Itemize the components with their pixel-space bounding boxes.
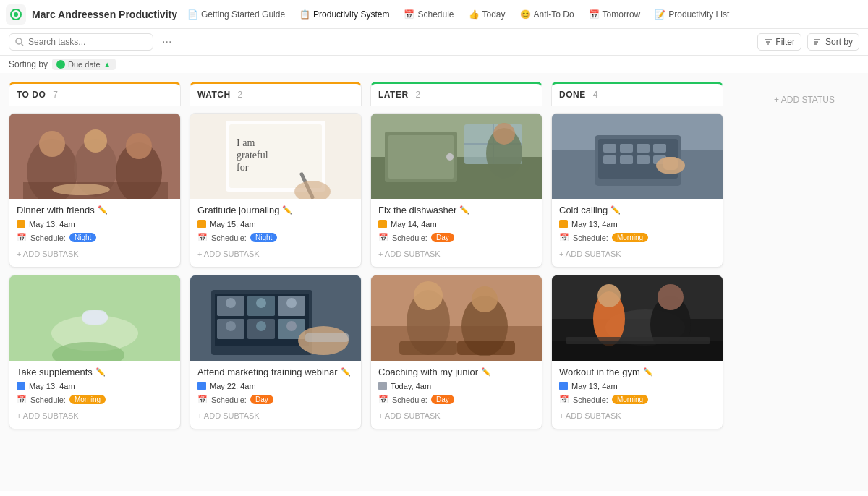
more-options-icon[interactable]: ··· — [162, 35, 171, 48]
schedule-icon: 📅 — [378, 395, 388, 404]
tab-today[interactable]: 👍 Today — [461, 1, 513, 30]
svg-point-43 — [286, 298, 297, 308]
card-supplements[interactable]: Take supplements ✏️ May 13, 4am 📅 Schedu… — [9, 275, 181, 429]
toolbar: ··· Filter Sort by — [0, 29, 868, 56]
svg-point-16 — [126, 133, 152, 159]
tab-tomorrow[interactable]: 📅 Tomorrow — [582, 1, 648, 30]
svg-rect-71 — [603, 144, 616, 153]
tab-schedule[interactable]: 📅 Schedule — [396, 1, 461, 30]
tab-productivity-list[interactable]: 📝 Productivity List — [647, 1, 736, 30]
svg-point-41 — [226, 298, 236, 308]
schedule-icon: 📅 — [197, 233, 208, 242]
column-header-later: LATER 2 — [370, 82, 542, 106]
edit-icon[interactable]: ✏️ — [459, 205, 469, 215]
svg-rect-72 — [620, 144, 633, 153]
edit-icon[interactable]: ✏️ — [341, 367, 351, 377]
schedule-icon: 📅 — [559, 233, 569, 242]
card-title-gym: Workout in the gym ✏️ — [559, 367, 715, 377]
dinner-image — [9, 114, 180, 199]
marketing-image — [190, 275, 361, 361]
svg-rect-65 — [399, 341, 457, 355]
add-subtask-marketing[interactable]: + ADD SUBTASK — [197, 409, 354, 423]
sort-button[interactable]: Sort by — [807, 33, 859, 51]
schedule-badge-dinner: Night — [69, 233, 96, 242]
edit-icon[interactable]: ✏️ — [643, 367, 653, 377]
search-box[interactable] — [9, 33, 153, 51]
svg-rect-74 — [653, 144, 666, 153]
flag-icon — [559, 220, 568, 228]
sort-tag[interactable]: Due date ▲ — [52, 59, 116, 70]
svg-point-87 — [658, 284, 684, 310]
card-body-dishwasher: Fix the dishwasher ✏️ May 14, 4am 📅 Sche… — [371, 199, 542, 267]
card-coaching[interactable]: Coaching with my junior ✏️ Today, 4am 📅 … — [370, 275, 542, 429]
card-date-dishwasher: May 14, 4am — [378, 220, 535, 228]
column-todo: TO DO 7 — [9, 82, 181, 482]
tab-icon: 😊 — [520, 9, 531, 20]
tab-icon: 📅 — [589, 9, 600, 20]
search-icon — [15, 38, 24, 46]
column-done: DONE 4 — [551, 82, 723, 482]
filter-button[interactable]: Filter — [757, 33, 801, 51]
edit-icon[interactable]: ✏️ — [95, 367, 106, 377]
add-subtask-gratitude[interactable]: + ADD SUBTASK — [197, 247, 354, 261]
column-later: LATER 2 — [370, 82, 542, 482]
svg-point-44 — [226, 321, 236, 331]
column-header-watch: WATCH 2 — [190, 82, 362, 106]
column-watch: WATCH 2 I am grateful for — [190, 82, 362, 482]
schedule-icon: 📅 — [17, 395, 27, 404]
svg-point-46 — [286, 321, 297, 331]
card-schedule-supplements: 📅 Schedule: Morning — [17, 395, 173, 404]
card-date-dinner: May 13, 4am — [17, 220, 173, 228]
svg-rect-48 — [305, 333, 349, 342]
tab-anti-todo[interactable]: 😊 Anti-To Do — [513, 1, 582, 30]
edit-icon[interactable]: ✏️ — [282, 205, 292, 215]
card-date-cold-calling: May 13, 4am — [559, 220, 715, 228]
card-schedule-gratitude: 📅 Schedule: Night — [197, 233, 354, 242]
add-subtask-cold-calling[interactable]: + ADD SUBTASK — [559, 247, 715, 261]
top-nav: Marc Andreessen Productivity 📄 Getting S… — [0, 0, 868, 29]
schedule-icon: 📅 — [197, 395, 208, 404]
edit-icon[interactable]: ✏️ — [98, 205, 108, 215]
card-cold-calling[interactable]: Cold calling ✏️ May 13, 4am 📅 Schedule: … — [551, 113, 723, 268]
card-date-gym: May 13, 4am — [559, 382, 715, 390]
svg-point-18 — [52, 184, 110, 195]
add-subtask-supplements[interactable]: + ADD SUBTASK — [17, 409, 173, 423]
schedule-badge-coaching: Day — [431, 395, 454, 404]
card-title-gratitude: Gratitude journaling ✏️ — [197, 205, 354, 215]
filter-icon — [764, 38, 773, 46]
tab-productivity-system[interactable]: 📋 Productivity System — [292, 1, 396, 30]
card-dinner[interactable]: Dinner with friends ✏️ May 13, 4am 📅 Sch… — [9, 113, 181, 268]
card-title-dishwasher: Fix the dishwasher ✏️ — [378, 205, 535, 215]
sort-bar: Sorting by Due date ▲ — [0, 56, 868, 73]
svg-rect-66 — [457, 341, 515, 355]
app-title: Marc Andreessen Productivity — [32, 9, 177, 20]
tab-getting-started[interactable]: 📄 Getting Started Guide — [180, 1, 292, 30]
edit-icon[interactable]: ✏️ — [610, 205, 621, 215]
search-input[interactable] — [28, 37, 129, 47]
schedule-badge-gratitude: Night — [250, 233, 277, 242]
card-dishwasher[interactable]: Fix the dishwasher ✏️ May 14, 4am 📅 Sche… — [370, 113, 542, 268]
add-subtask-dishwasher[interactable]: + ADD SUBTASK — [378, 247, 535, 261]
card-schedule-marketing: 📅 Schedule: Day — [197, 395, 354, 404]
column-header-todo: TO DO 7 — [9, 82, 181, 106]
board: TO DO 7 — [0, 73, 868, 491]
add-subtask-gym[interactable]: + ADD SUBTASK — [559, 409, 715, 423]
svg-text:grateful: grateful — [237, 150, 268, 161]
card-marketing[interactable]: Attend marketing training webinar ✏️ May… — [190, 275, 362, 429]
edit-icon[interactable]: ✏️ — [481, 367, 491, 377]
flag-icon — [17, 382, 25, 390]
add-subtask-coaching[interactable]: + ADD SUBTASK — [378, 409, 535, 423]
add-subtask-dinner[interactable]: + ADD SUBTASK — [17, 247, 173, 261]
add-status-button[interactable]: + ADD STATUS — [767, 90, 842, 109]
schedule-badge-marketing: Day — [250, 395, 273, 404]
schedule-badge-cold-calling: Morning — [612, 233, 648, 242]
schedule-badge-gym: Morning — [612, 395, 648, 404]
card-gratitude[interactable]: I am grateful for Gratitude journaling ✏… — [190, 113, 362, 268]
card-date-gratitude: May 15, 4am — [197, 220, 354, 228]
card-body-gym: Workout in the gym ✏️ May 13, 4am 📅 Sche… — [552, 361, 723, 429]
card-gym[interactable]: Workout in the gym ✏️ May 13, 4am 📅 Sche… — [551, 275, 723, 429]
svg-rect-89 — [566, 337, 710, 344]
due-date-icon — [56, 60, 65, 69]
svg-rect-73 — [637, 144, 650, 153]
tab-icon: 📋 — [299, 9, 310, 20]
